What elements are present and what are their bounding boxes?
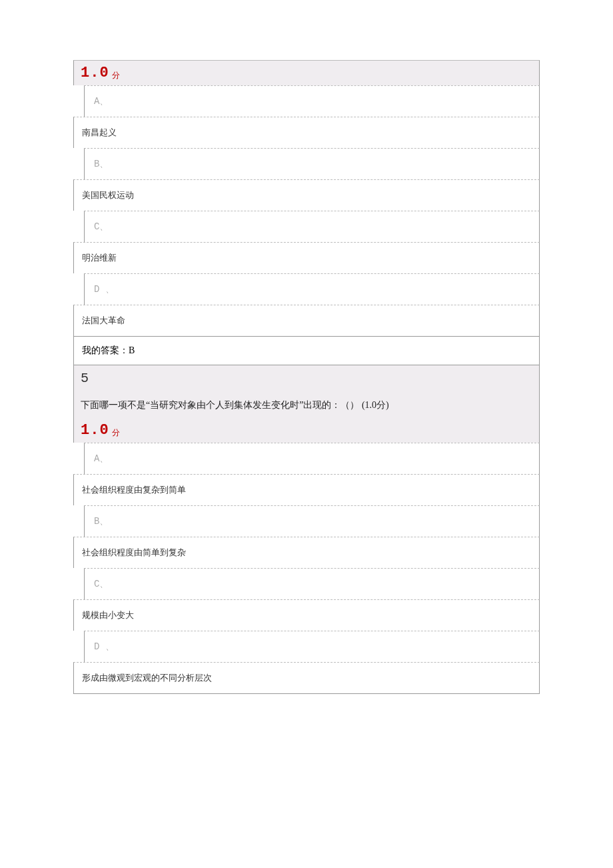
q4-option-a-text: 南昌起义	[73, 117, 540, 148]
option-letter: D 、	[94, 284, 115, 295]
q5-question-text: 下面哪一项不是“当研究对象由个人到集体发生变化时”出现的：（） (1.0分)	[73, 389, 540, 418]
q5-option-b-letter-row: B、	[84, 505, 540, 537]
q4-option-b-letter-row: B、	[84, 148, 540, 179]
option-letter: A、	[94, 453, 109, 464]
q4-score-unit: 分	[112, 70, 120, 81]
option-letter: C、	[94, 221, 109, 232]
q4-option-d-letter-row: D 、	[84, 273, 540, 305]
q5-number: 5	[81, 371, 89, 386]
q4-score-row: 1.0 分	[73, 60, 540, 85]
option-letter: B、	[94, 516, 109, 527]
q4-option-c-letter-row: C、	[84, 211, 540, 242]
option-letter: A、	[94, 96, 109, 107]
q4-option-b-text: 美国民权运动	[73, 179, 540, 211]
option-letter: C、	[94, 579, 109, 589]
q4-option-d-text: 法国大革命	[73, 305, 540, 336]
q5-option-a-letter-row: A、	[84, 443, 540, 474]
q5-option-a-text: 社会组织程度由复杂到简单	[73, 474, 540, 505]
q5-number-row: 5	[73, 365, 540, 389]
q4-option-c-text: 明治维新	[73, 242, 540, 273]
q4-score-value: 1.0	[81, 65, 109, 81]
q5-score-unit: 分	[112, 427, 120, 439]
q5-option-b-text: 社会组织程度由简单到复杂	[73, 537, 540, 568]
q4-option-a-letter-row: A、	[84, 85, 540, 117]
q5-option-c-letter-row: C、	[84, 568, 540, 599]
q4-my-answer: 我的答案：B	[73, 336, 540, 365]
document-page: 1.0 分 A、 南昌起义 B、 美国民权运动 C、 明治维新 D 、 法国大革…	[0, 0, 613, 761]
option-letter: D 、	[94, 641, 115, 652]
q5-option-c-text: 规模由小变大	[73, 599, 540, 631]
option-letter: B、	[94, 159, 109, 169]
q5-score-row: 1.0 分	[73, 418, 540, 443]
q5-score-value: 1.0	[81, 422, 109, 439]
q5-option-d-text: 形成由微观到宏观的不同分析层次	[73, 662, 540, 694]
q5-option-d-letter-row: D 、	[84, 631, 540, 662]
